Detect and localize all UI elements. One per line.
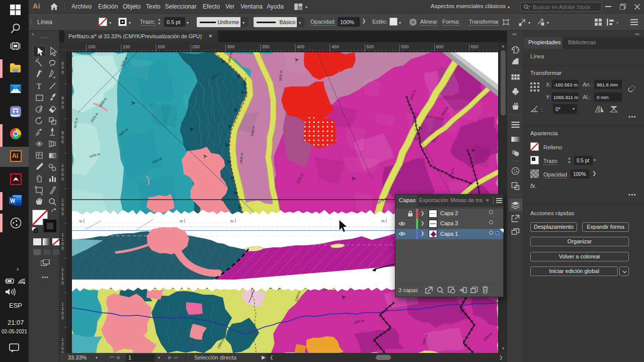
svg-text:0: 0 xyxy=(61,70,64,75)
svg-text:0: 0 xyxy=(61,176,64,182)
svg-text:0: 0 xyxy=(61,105,64,110)
svg-text:650: 650 xyxy=(471,44,478,49)
svg-text:0: 0 xyxy=(61,211,64,216)
svg-text:100: 100 xyxy=(88,44,96,49)
svg-text:0: 0 xyxy=(61,246,64,251)
svg-text:55: 55 xyxy=(381,220,385,223)
svg-text:0: 0 xyxy=(61,315,64,320)
svg-text:250: 250 xyxy=(192,44,200,49)
svg-text:400: 400 xyxy=(297,44,304,49)
svg-text:W: W xyxy=(10,198,15,204)
svg-text:350: 350 xyxy=(262,44,270,49)
svg-text:0: 0 xyxy=(61,139,64,144)
svg-text:5: 5 xyxy=(61,65,64,70)
svg-text:0: 0 xyxy=(61,281,64,286)
svg-text:T: T xyxy=(37,82,42,90)
svg-text:600: 600 xyxy=(436,44,444,49)
svg-text:500: 500 xyxy=(366,44,374,49)
svg-text:50: 50 xyxy=(230,220,234,223)
svg-text:550: 550 xyxy=(401,44,409,49)
svg-text:300: 300 xyxy=(227,44,234,49)
svg-text:32: 32 xyxy=(79,220,83,223)
svg-text:450: 450 xyxy=(332,44,339,49)
svg-text:25: 25 xyxy=(180,220,183,223)
svg-text:200: 200 xyxy=(157,44,165,49)
svg-text:150: 150 xyxy=(123,44,130,49)
